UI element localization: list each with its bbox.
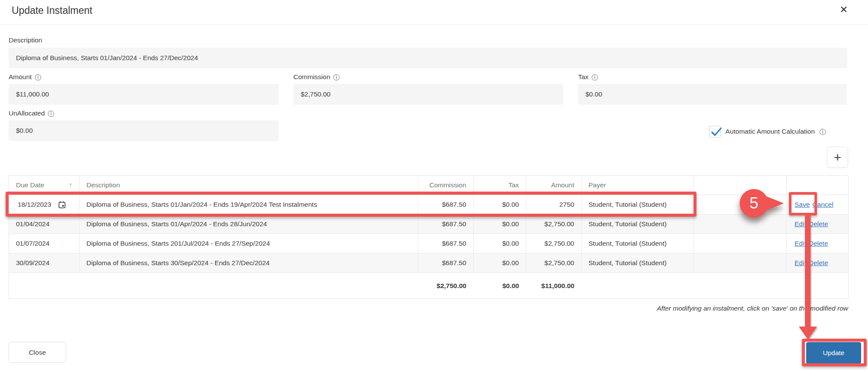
totals-empty <box>694 273 787 299</box>
total-amount: $11,000.00 <box>526 273 582 299</box>
cell-spacer <box>694 234 787 253</box>
cell-commission: $687.50 <box>418 215 474 234</box>
totals-empty <box>582 273 694 299</box>
unallocated-label: UnAllocated ⓘ <box>9 109 54 117</box>
update-instalment-dialog: Update Instalment ✕ Description Diploma … <box>0 0 868 372</box>
instalment-row: 01/04/2024Diploma of Business, Starts 01… <box>9 215 849 234</box>
column-header-actions <box>787 176 849 195</box>
due-date-editor[interactable]: 18/12/2023 <box>18 201 72 209</box>
column-header-due-date[interactable]: Due Date ↑ <box>9 176 79 195</box>
total-commission: $2,750.00 <box>418 273 474 299</box>
cell-description: Diploma of Business, Starts 201/Jul/2024… <box>79 234 418 253</box>
save-link[interactable]: Save <box>795 201 810 208</box>
commission-input[interactable]: $2,750.00 <box>293 84 563 105</box>
due-date-value: 18/12/2023 <box>18 201 51 208</box>
totals-empty <box>787 273 849 299</box>
automatic-amount-calculation-label: Automatic Amount Calculation <box>725 128 815 135</box>
amount-input[interactable]: $11,000.00 <box>9 84 279 105</box>
cell-description: Diploma of Business, Starts 01/Jan/2024 … <box>79 195 418 215</box>
instalments-table: Due Date ↑ Description Commission Tax Am… <box>9 175 848 299</box>
cell-due-date: 18/12/2023 <box>9 195 79 215</box>
cell-amount: $2,750.00 <box>526 215 582 234</box>
cell-commission: $687.50 <box>418 234 474 253</box>
checkbox-checked-icon[interactable] <box>709 126 721 138</box>
cell-payer: Student, Tutorial (Student) <box>582 215 694 234</box>
cell-tax: $0.00 <box>474 195 526 215</box>
description-label: Description <box>9 36 42 44</box>
instalment-row-editing: 18/12/2023Diploma of Business, Starts 01… <box>9 195 849 215</box>
column-header-commission[interactable]: Commission <box>418 176 474 195</box>
edit-link[interactable]: Edit <box>795 240 806 247</box>
info-icon[interactable]: ⓘ <box>333 74 340 80</box>
amount-label: Amount ⓘ <box>9 73 41 81</box>
sort-ascending-icon: ↑ <box>69 181 72 189</box>
delete-link[interactable]: Delete <box>809 259 828 266</box>
header-divider <box>0 25 868 25</box>
calendar-icon[interactable] <box>58 201 66 209</box>
close-icon[interactable]: ✕ <box>836 2 851 17</box>
cell-payer: Student, Tutorial (Student) <box>582 234 694 253</box>
cell-spacer <box>694 253 787 273</box>
cell-commission: $687.50 <box>418 253 474 273</box>
table-header-row: Due Date ↑ Description Commission Tax Am… <box>9 176 849 195</box>
info-icon[interactable]: ⓘ <box>35 74 41 80</box>
cell-description: Diploma of Business, Starts 30/Sep/2024 … <box>79 253 418 273</box>
tax-input[interactable]: $0.00 <box>578 84 847 105</box>
column-header-tax[interactable]: Tax <box>474 176 526 195</box>
cell-actions: EditDelete <box>787 215 849 234</box>
column-header-description[interactable]: Description <box>79 176 418 195</box>
info-icon[interactable]: ⓘ <box>591 74 598 80</box>
close-button[interactable]: Close <box>9 342 66 363</box>
commission-label: Commission ⓘ <box>293 73 340 81</box>
column-header-payer[interactable]: Payer <box>582 176 694 195</box>
annotation-arrowhead-icon <box>799 327 817 340</box>
cell-tax: $0.00 <box>474 215 526 234</box>
cell-tax: $0.00 <box>474 253 526 273</box>
description-input[interactable]: Diploma of Business, Starts 01/Jan/2024 … <box>9 48 847 68</box>
column-header-amount[interactable]: Amount <box>526 176 582 195</box>
totals-empty <box>79 273 418 299</box>
cell-payer: Student, Tutorial (Student) <box>582 253 694 273</box>
tax-label: Tax ⓘ <box>578 73 598 81</box>
total-tax: $0.00 <box>474 273 526 299</box>
dialog-title: Update Instalment <box>12 5 92 16</box>
column-header-spacer <box>694 176 787 195</box>
cell-due-date: 01/07/2024 <box>9 234 79 253</box>
edit-link[interactable]: Edit <box>795 220 806 228</box>
cell-payer: Student, Tutorial (Student) <box>582 195 694 215</box>
instalments-tbody: 18/12/2023Diploma of Business, Starts 01… <box>9 195 849 273</box>
add-instalment-button[interactable]: + <box>827 147 848 168</box>
update-button[interactable]: Update <box>806 342 861 364</box>
totals-row: $2,750.00 $0.00 $11,000.00 <box>9 273 849 299</box>
info-icon[interactable]: ⓘ <box>48 110 54 117</box>
instalment-row: 01/07/2024Diploma of Business, Starts 20… <box>9 234 849 253</box>
cell-actions: EditDelete <box>787 234 849 253</box>
delete-link[interactable]: Delete <box>809 220 828 228</box>
delete-link[interactable]: Delete <box>809 240 828 247</box>
cell-commission: $687.50 <box>418 195 474 215</box>
save-hint-note: After modifying an instalment, click on … <box>657 305 848 312</box>
cell-description: Diploma of Business, Starts 01/Apr/2024 … <box>79 215 418 234</box>
cell-actions: EditDelete <box>787 253 849 273</box>
cell-spacer <box>694 195 787 215</box>
edit-link[interactable]: Edit <box>795 259 806 266</box>
cancel-link[interactable]: Cancel <box>812 201 833 208</box>
cell-actions: SaveCancel <box>787 195 849 215</box>
info-icon[interactable]: ⓘ <box>820 128 826 135</box>
automatic-amount-calculation-checkbox[interactable]: Automatic Amount Calculation ⓘ <box>709 125 826 138</box>
cell-spacer <box>694 215 787 234</box>
cell-amount[interactable]: 2750 <box>526 195 582 215</box>
instalment-row: 30/09/2024Diploma of Business, Starts 30… <box>9 253 849 273</box>
unallocated-input[interactable]: $0.00 <box>9 120 279 141</box>
cell-amount: $2,750.00 <box>526 253 582 273</box>
cell-due-date: 01/04/2024 <box>9 215 79 234</box>
totals-empty <box>9 273 79 299</box>
cell-tax: $0.00 <box>474 234 526 253</box>
cell-amount: $2,750.00 <box>526 234 582 253</box>
cell-due-date: 30/09/2024 <box>9 253 79 273</box>
